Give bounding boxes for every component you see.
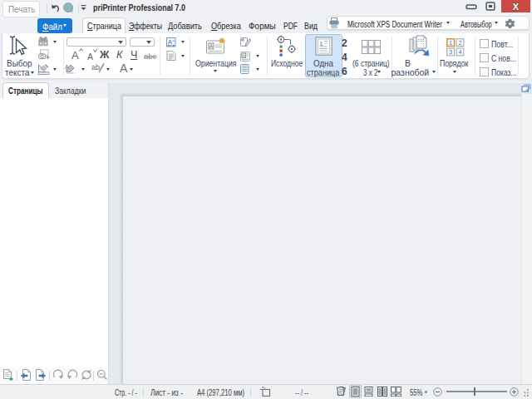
svg-text:X: X: [513, 2, 520, 12]
svg-text:A: A: [209, 43, 214, 49]
svg-text:1: 1: [319, 40, 323, 47]
svg-text:А: А: [168, 38, 172, 46]
svg-text:4: 4: [458, 48, 461, 56]
svg-text:2: 2: [458, 39, 461, 47]
svg-text:1: 1: [449, 39, 452, 47]
svg-text:3: 3: [449, 48, 452, 56]
svg-text:A: A: [243, 53, 245, 57]
